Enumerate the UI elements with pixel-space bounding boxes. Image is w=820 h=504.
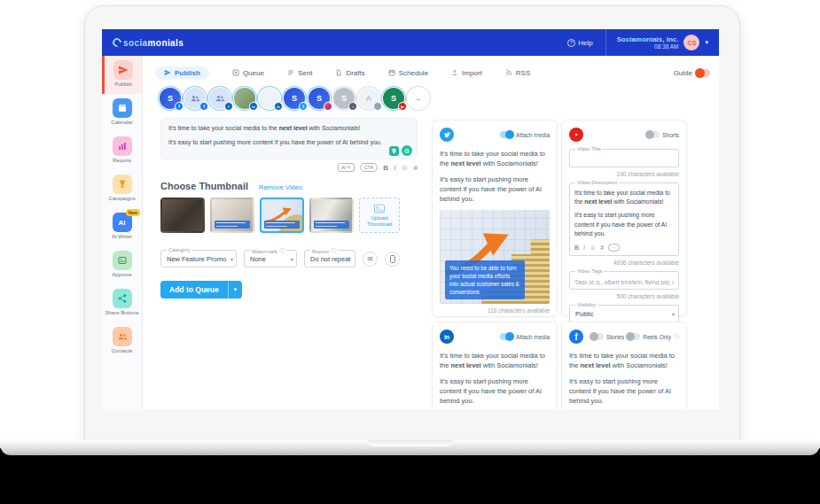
tab-drafts[interactable]: Drafts <box>335 69 364 77</box>
remove-video-link[interactable]: Remove Video <box>259 183 302 191</box>
account-avatar[interactable]: S▶ <box>383 88 404 109</box>
sidebar-item-label: Campaigns <box>108 196 135 201</box>
sidebar-item-share-buttons[interactable]: Share Buttons <box>102 284 142 322</box>
tab-rss[interactable]: RSS <box>505 69 530 77</box>
mobile-preview-button[interactable] <box>385 252 400 267</box>
reels-only-toggle[interactable] <box>627 333 640 340</box>
sidebar-item-ai-writer[interactable]: New AI AI Writer <box>102 208 142 246</box>
queue-options-caret[interactable]: ▾ <box>228 281 242 299</box>
video-thumbnail-4[interactable] <box>309 198 354 233</box>
preview-text: It's time to take your social media to t… <box>440 149 550 204</box>
card-header: f Stories Reels Only ⓘ <box>569 330 679 344</box>
shorts-control: Shorts <box>646 131 679 138</box>
tab-import[interactable]: Import <box>451 69 482 77</box>
watermark-label: Watermark <box>252 249 277 254</box>
account-avatar[interactable]: in <box>234 88 255 109</box>
account-avatar[interactable]: in <box>259 88 280 109</box>
video-description-field[interactable]: Video Description It's time to take your… <box>569 182 679 256</box>
watermark-select[interactable]: Watermarkⓘ None ▾ <box>244 250 297 268</box>
video-tags-label: Video Tags <box>577 268 602 274</box>
chevron-down-icon[interactable]: ▾ <box>705 39 708 46</box>
help-button[interactable]: ? Help <box>567 39 592 47</box>
emoji-button[interactable]: ☺ <box>590 244 596 251</box>
ai-assist-button[interactable]: AI✎ <box>338 163 355 172</box>
attach-media-toggle[interactable] <box>500 131 513 138</box>
instagram-badge <box>324 102 332 111</box>
post-options-row: Category New Feature Promo ▾ Watermarkⓘ … <box>160 250 400 268</box>
italic-button[interactable]: I <box>583 244 585 251</box>
image-caption-overlay: You need to be able to turn your social … <box>445 260 525 300</box>
hashtag-button[interactable]: # <box>600 244 604 251</box>
video-title-input[interactable] <box>570 151 678 167</box>
emoji-button[interactable]: ☺ <box>401 164 408 172</box>
chevron-down-icon: ▾ <box>291 256 293 262</box>
account-info: Sociamonials, Inc. 08:38 AM <box>617 35 679 50</box>
hashtag-button[interactable]: # <box>414 164 418 172</box>
thumbnail-caption-strip <box>314 221 349 229</box>
repost-field[interactable]: Repostⓘ Do not repeat <box>304 250 355 268</box>
tab-queue[interactable]: Queue <box>232 69 264 77</box>
sidebar-item-contacts[interactable]: Contacts <box>102 322 142 361</box>
sidebar-item-label: Publish <box>114 81 132 87</box>
sidebar-item-calendar[interactable]: Calendar <box>102 94 142 132</box>
video-title-field[interactable]: Video Title <box>569 149 679 167</box>
characters-available: 116 characters available <box>440 307 550 314</box>
bold-button[interactable]: B <box>574 244 579 251</box>
email-preview-button[interactable]: ✉ <box>363 252 378 267</box>
account-menu[interactable]: Sociamonials, Inc. 08:38 AM CS ▾ <box>606 35 719 50</box>
account-avatar[interactable]: St <box>284 88 305 109</box>
tab-sent[interactable]: Sent <box>287 69 312 77</box>
tab-label: Import <box>462 69 482 77</box>
guide-toggle[interactable] <box>696 69 710 77</box>
group-icon <box>215 93 225 104</box>
tab-schedule[interactable]: Schedule <box>388 69 428 77</box>
add-to-queue-button[interactable]: Add to Queue <box>160 281 228 299</box>
account-avatar[interactable]: S♪ <box>333 88 355 109</box>
account-avatar[interactable]: S <box>308 88 330 109</box>
sidebar-item-approve[interactable]: Approve <box>102 246 142 284</box>
post-composer[interactable]: It's time to take your social media to t… <box>160 118 418 159</box>
tab-label: Drafts <box>346 69 364 77</box>
card-header: Attach media <box>440 128 550 142</box>
cta-button[interactable]: CTA <box>360 163 379 172</box>
help-label: Help <box>578 39 592 47</box>
sociamonials-logo[interactable]: socia monials <box>113 38 184 48</box>
sidebar-item-publish[interactable]: Publish <box>102 56 142 94</box>
location-pin-icon[interactable] <box>389 146 399 156</box>
tab-publish[interactable]: Publish <box>155 66 209 80</box>
sidebar-item-label: Calendar <box>111 120 132 125</box>
video-thumbnail-3-selected[interactable] <box>260 198 304 233</box>
video-thumbnail-2[interactable] <box>210 198 254 233</box>
video-tags-input[interactable] <box>570 274 678 289</box>
reels-only-label: Reels Only <box>643 334 671 340</box>
italic-button[interactable]: I <box>394 164 395 172</box>
collapse-accounts-button[interactable]: – <box>408 88 429 109</box>
upload-thumbnail-button[interactable]: Upload Thumbnail <box>359 198 400 233</box>
user-avatar[interactable]: CS <box>683 35 699 50</box>
account-avatar[interactable]: A <box>358 88 379 109</box>
video-description-text: It's time to take your social media to t… <box>570 183 678 241</box>
visibility-value: Public <box>570 306 678 322</box>
shorts-toggle[interactable] <box>646 131 660 138</box>
attach-media-toggle[interactable] <box>500 333 513 340</box>
app-screen: socia monials ? Help Sociamonials, Inc. … <box>102 29 719 409</box>
sidebar-item-campaigns[interactable]: Campaigns <box>102 170 142 208</box>
category-select[interactable]: Category New Feature Promo ▾ <box>160 250 237 268</box>
visibility-select[interactable]: Visibility Public ▾ <box>569 305 679 322</box>
stories-toggle[interactable] <box>590 333 604 340</box>
video-thumbnail-1[interactable] <box>160 198 205 233</box>
bold-button[interactable]: B <box>383 164 388 172</box>
grammarly-icon[interactable]: G <box>402 145 412 156</box>
composer-toolbar: AI✎ CTA B I ☺ # <box>160 163 418 172</box>
document-icon <box>335 69 342 76</box>
more-options-button[interactable]: ⋯ <box>608 244 620 252</box>
account-avatar[interactable]: Sf <box>160 88 181 109</box>
account-avatar[interactable]: f <box>209 88 230 109</box>
logo-text-monials: monials <box>148 38 184 48</box>
account-avatar[interactable]: f <box>184 88 206 109</box>
sidebar-item-label: Share Buttons <box>105 310 138 315</box>
facebook-icon: f <box>569 330 583 344</box>
mobile-icon <box>390 255 395 263</box>
video-tags-field[interactable]: Video Tags <box>569 271 679 290</box>
sidebar-item-reports[interactable]: Reports <box>102 132 142 170</box>
